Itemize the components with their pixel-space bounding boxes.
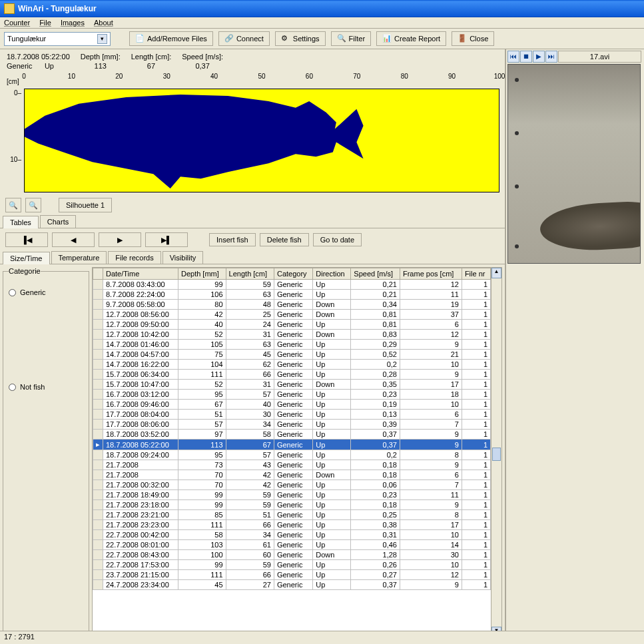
settings-button[interactable]: ⚙Settings — [275, 31, 326, 46]
nav-row: ▐◀ ◀ ▶ ▶▌ Insert fish Delete fish Go to … — [0, 228, 505, 251]
tab-sizetime[interactable]: Size/Time — [3, 252, 50, 264]
table-row[interactable]: 24.7.2008 23:34:004527GenericUp0,3791 — [93, 580, 491, 590]
length-label: Length [cm]: — [131, 53, 172, 61]
table-row[interactable]: 21.7.2008 18:49:009959GenericUp0,23111 — [93, 490, 491, 500]
info-depth: 113 — [95, 62, 107, 70]
col-framepos[interactable]: Frame pos [cm] — [400, 268, 462, 280]
table-row[interactable]: 8.7.2008 03:43:009959GenericUp0,21121 — [93, 280, 491, 290]
col-length[interactable]: Length [cm] — [226, 268, 274, 280]
silhouette-chart: [cm] 0102030405060708090100 0–10– — [5, 73, 499, 192]
title-bar: WinAri - Tungulækur — [0, 0, 644, 17]
silhouette-button[interactable]: Silhouette 1 — [59, 198, 112, 212]
table-row[interactable]: 14.7.2008 16:22:0010462GenericUp0,2101 — [93, 360, 491, 370]
data-grid: Date/Time Depth [mm] Length [cm] Categor… — [92, 267, 502, 638]
tab-visibility[interactable]: Visibility — [162, 251, 204, 264]
scroll-up-icon[interactable]: ▲ — [491, 268, 501, 278]
tab-charts[interactable]: Charts — [40, 215, 76, 228]
table-row[interactable]: 21.7.20087343GenericUp0,1891 — [93, 460, 491, 470]
tabs-tables-charts: Tables Charts — [0, 215, 505, 228]
report-icon: 📊 — [382, 34, 392, 43]
table-row[interactable]: 14.7.2008 04:57:007545GenericUp0,52211 — [93, 350, 491, 360]
menu-bar: Counter File Images About — [0, 17, 644, 29]
table-row[interactable]: 12.7.2008 10:42:005231GenericDown0,83121 — [93, 330, 491, 340]
video-play-button[interactable]: ▶ — [533, 51, 545, 63]
goto-date-button[interactable]: Go to date — [313, 233, 362, 246]
river-combo[interactable]: Tungulækur ▾ — [4, 32, 111, 46]
status-text: 17 : 2791 — [4, 633, 35, 641]
table-row[interactable]: ▸18.7.2008 05:22:0011367GenericUp0,3791 — [93, 440, 491, 450]
speed-label: Speed [m/s]: — [182, 53, 223, 61]
info-length: 67 — [147, 62, 155, 70]
menu-counter[interactable]: Counter — [4, 19, 30, 27]
table-row[interactable]: 21.7.2008 23:18:009959GenericUp0,1891 — [93, 500, 491, 510]
filter-button[interactable]: 🔍Filter — [331, 31, 371, 46]
table-row[interactable]: 16.7.2008 03:12:009557GenericUp0,23181 — [93, 390, 491, 400]
table-row[interactable]: 8.7.2008 22:24:0010663GenericUp0,21111 — [93, 290, 491, 300]
table-row[interactable]: 15.7.2008 06:34:0011166GenericUp0,2891 — [93, 370, 491, 380]
table-row[interactable]: 18.7.2008 09:24:009557GenericUp0,281 — [93, 450, 491, 460]
video-rewind-button[interactable]: ⏮ — [507, 51, 519, 63]
table-row[interactable]: 21.7.2008 00:32:007042GenericUp0,0671 — [93, 480, 491, 490]
prev-button[interactable]: ◀ — [52, 232, 95, 247]
status-bar: 17 : 2791 — [0, 631, 644, 644]
table-row[interactable]: 18.7.2008 03:52:009758GenericUp0,3791 — [93, 430, 491, 440]
tab-tables[interactable]: Tables — [3, 216, 39, 228]
create-report-button[interactable]: 📊Create Report — [376, 31, 446, 46]
table-row[interactable]: 15.7.2008 10:47:005231GenericDown0,35171 — [93, 380, 491, 390]
menu-images[interactable]: Images — [61, 19, 85, 27]
insert-fish-button[interactable]: Insert fish — [209, 233, 256, 246]
tab-temperature[interactable]: Temperature — [51, 251, 107, 264]
category-title: Categorie — [9, 267, 41, 275]
col-filenr[interactable]: File nr — [462, 268, 490, 280]
video-forward-button[interactable]: ⏭ — [545, 51, 557, 63]
data-table[interactable]: Date/Time Depth [mm] Length [cm] Categor… — [93, 268, 491, 590]
tabs-data: Size/Time Temperature File records Visib… — [0, 251, 505, 264]
scroll-thumb[interactable] — [492, 448, 501, 461]
axis-unit: [cm] — [7, 78, 19, 85]
table-row[interactable]: 22.7.2008 08:43:0010060GenericDown1,2830… — [93, 550, 491, 560]
video-stop-button[interactable]: ⏹ — [520, 51, 532, 63]
table-row[interactable]: 21.7.2008 23:21:008551GenericUp0,2581 — [93, 510, 491, 520]
table-row[interactable]: 21.7.20087042GenericDown0,1861 — [93, 470, 491, 480]
video-filename: 17.avi — [558, 51, 641, 63]
next-button[interactable]: ▶ — [99, 232, 141, 247]
col-datetime[interactable]: Date/Time — [103, 268, 178, 280]
delete-fish-button[interactable]: Delete fish — [260, 233, 309, 246]
menu-file[interactable]: File — [39, 19, 51, 27]
col-depth[interactable]: Depth [mm] — [178, 268, 226, 280]
table-row[interactable]: 21.7.2008 23:23:0011166GenericUp0,38171 — [93, 520, 491, 530]
radio-generic[interactable] — [9, 289, 16, 296]
connect-button[interactable]: 🔗Connect — [218, 31, 270, 46]
table-row[interactable]: 17.7.2008 08:06:005734GenericUp0,3971 — [93, 420, 491, 430]
table-row[interactable]: 23.7.2008 21:15:0011166GenericUp0,27121 — [93, 570, 491, 580]
col-category[interactable]: Category — [274, 268, 312, 280]
table-row[interactable]: 22.7.2008 17:53:009959GenericUp0,26101 — [93, 560, 491, 570]
table-row[interactable]: 12.7.2008 08:56:004225GenericDown0,81371 — [93, 310, 491, 320]
zoom-in-button[interactable]: 🔍 — [5, 198, 21, 212]
radio-notfish[interactable] — [9, 384, 16, 391]
col-direction[interactable]: Direction — [313, 268, 351, 280]
last-button[interactable]: ▶▌ — [145, 232, 188, 247]
first-button[interactable]: ▐◀ — [5, 232, 48, 247]
menu-about[interactable]: About — [94, 19, 113, 27]
close-button[interactable]: 🚪Close — [452, 31, 494, 46]
table-row[interactable]: 16.7.2008 09:46:006740GenericUp0,19101 — [93, 400, 491, 410]
filter-icon: 🔍 — [337, 34, 346, 43]
table-row[interactable]: 22.7.2008 00:42:005834GenericUp0,31101 — [93, 530, 491, 540]
table-row[interactable]: 12.7.2008 09:50:004024GenericUp0,8161 — [93, 320, 491, 330]
category-panel: Categorie Generic Not fish — [3, 267, 89, 638]
add-remove-files-button[interactable]: 📄Add/Remove Files — [129, 31, 213, 46]
info-speed: 0,37 — [195, 62, 209, 70]
table-row[interactable]: 17.7.2008 08:04:005130GenericUp0,1361 — [93, 410, 491, 420]
connect-icon: 🔗 — [224, 34, 234, 43]
fish-image — [539, 200, 641, 252]
info-direction: Up — [45, 62, 54, 70]
zoom-out-button[interactable]: 🔍 — [25, 198, 41, 212]
tab-filerecords[interactable]: File records — [108, 251, 161, 264]
table-row[interactable]: 9.7.2008 05:58:008048GenericDown0,34191 — [93, 300, 491, 310]
grid-scrollbar[interactable]: ▲ ▼ — [491, 268, 501, 637]
table-row[interactable]: 14.7.2008 01:46:0010563GenericUp0,2991 — [93, 340, 491, 350]
chevron-down-icon: ▾ — [97, 34, 107, 44]
col-speed[interactable]: Speed [m/s] — [351, 268, 400, 280]
table-row[interactable]: 22.7.2008 08:01:0010361GenericUp0,46141 — [93, 540, 491, 550]
